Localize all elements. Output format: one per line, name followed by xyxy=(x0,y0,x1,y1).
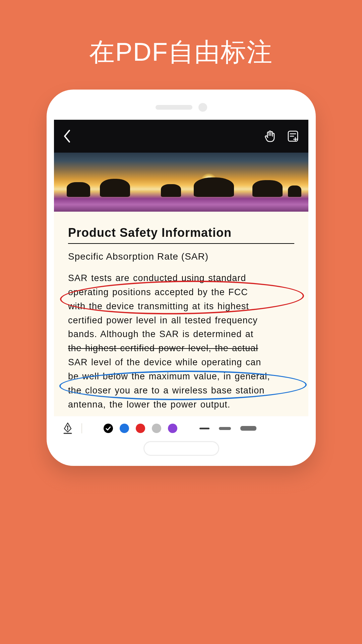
doc-heading: Product Safety Information xyxy=(68,226,294,244)
annotation-toolbar xyxy=(54,416,308,440)
pen-tool-button[interactable] xyxy=(62,422,73,435)
stroke-thin[interactable] xyxy=(199,428,209,429)
color-grey[interactable] xyxy=(152,424,161,433)
note-plus-icon xyxy=(286,129,300,143)
bottom-fade xyxy=(0,465,362,644)
phone-home-button xyxy=(143,441,219,456)
strikethrough-line: the highest certified power level, the a… xyxy=(68,341,294,356)
doc-paragraph-1: SAR tests are conducted using standard o… xyxy=(68,271,294,412)
page-title: 在PDF自由标注 xyxy=(0,35,362,70)
new-note-button[interactable] xyxy=(286,129,300,143)
phone-speaker xyxy=(156,103,207,112)
color-swatches xyxy=(104,424,177,433)
document-body: Product Safety Information Specific Abso… xyxy=(54,212,308,416)
hand-icon xyxy=(263,129,277,143)
stroke-thick[interactable] xyxy=(240,426,256,431)
stroke-width-options xyxy=(199,426,256,431)
color-purple[interactable] xyxy=(168,424,177,433)
app-header xyxy=(54,120,308,153)
doc-subheading: Specific Absorption Rate (SAR) xyxy=(68,251,294,262)
stroke-medium[interactable] xyxy=(219,427,231,430)
color-black[interactable] xyxy=(104,424,113,433)
document-hero-image xyxy=(54,153,308,212)
color-red[interactable] xyxy=(136,424,145,433)
pen-icon xyxy=(62,422,73,435)
hand-tool-button[interactable] xyxy=(263,129,277,143)
chevron-left-icon xyxy=(63,129,71,143)
toolbar-separator xyxy=(81,423,82,433)
app-screen: Product Safety Information Specific Abso… xyxy=(54,120,308,440)
phone-mockup: Product Safety Information Specific Abso… xyxy=(47,90,316,466)
document-viewport[interactable]: Product Safety Information Specific Abso… xyxy=(54,153,308,416)
svg-point-6 xyxy=(67,426,68,427)
back-button[interactable] xyxy=(63,129,71,143)
color-blue[interactable] xyxy=(120,424,129,433)
